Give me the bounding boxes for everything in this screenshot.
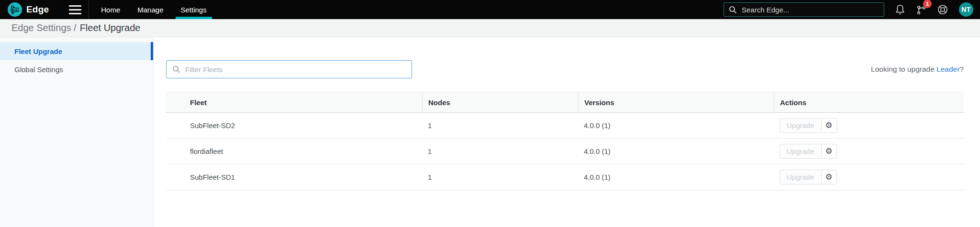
- sidebar-item-global-settings[interactable]: Global Settings: [0, 60, 153, 78]
- search-icon: [729, 6, 737, 14]
- column-header-fleet: Fleet: [166, 92, 422, 112]
- row-actions: Upgrade ⚙: [780, 170, 837, 184]
- upgrade-settings-button[interactable]: ⚙: [822, 144, 837, 159]
- column-header-nodes: Nodes: [422, 92, 578, 112]
- fleet-versions: 4.0.0 (1): [578, 139, 774, 164]
- hint-text: Looking to upgrade: [871, 65, 936, 73]
- main-panel: Looking to upgrade Leader? Fleet Nodes V…: [154, 37, 980, 227]
- row-actions: Upgrade ⚙: [780, 144, 837, 159]
- bell-icon: [895, 4, 905, 15]
- search-input[interactable]: [742, 6, 879, 14]
- upgrade-settings-button[interactable]: ⚙: [822, 118, 837, 133]
- upgrade-button[interactable]: Upgrade: [780, 144, 822, 159]
- user-avatar[interactable]: NT: [959, 2, 973, 17]
- nav-tab-settings[interactable]: Settings: [176, 0, 212, 19]
- gear-icon: ⚙: [825, 121, 833, 130]
- fleet-nodes: 1: [422, 113, 578, 138]
- fleet-versions: 4.0.0 (1): [578, 164, 774, 190]
- notification-badge: 1: [923, 0, 932, 8]
- brand[interactable]: Edge: [8, 2, 49, 17]
- table-row: SubFleet-SD1 1 4.0.0 (1) Upgrade ⚙: [166, 164, 964, 190]
- gear-icon: ⚙: [825, 147, 833, 155]
- nav-tab-manage[interactable]: Manage: [132, 0, 168, 19]
- toolbar-row: Looking to upgrade Leader?: [166, 60, 964, 78]
- breadcrumb-parent[interactable]: Edge Settings /: [11, 22, 77, 33]
- help-button[interactable]: [937, 4, 948, 15]
- notifications-button[interactable]: [895, 4, 905, 15]
- fleet-filter-input[interactable]: [185, 65, 406, 74]
- fleet-nodes: 1: [422, 139, 578, 164]
- upgrade-button[interactable]: Upgrade: [780, 118, 822, 133]
- page-title: Fleet Upgrade: [80, 22, 141, 33]
- table-row: SubFleet-SD2 1 4.0.0 (1) Upgrade ⚙: [166, 113, 964, 139]
- hint-suffix: ?: [959, 65, 964, 73]
- edge-logo-icon: [8, 2, 22, 17]
- navbar-right: 1 NT: [724, 2, 973, 17]
- fleet-table: Fleet Nodes Versions Actions SubFleet-SD…: [166, 92, 964, 190]
- breadcrumb: Edge Settings / Fleet Upgrade: [0, 19, 980, 37]
- settings-sidebar: Fleet Upgrade Global Settings: [0, 37, 154, 227]
- hamburger-menu-icon[interactable]: [69, 5, 81, 14]
- table-header: Fleet Nodes Versions Actions: [166, 92, 964, 113]
- fleet-name: SubFleet-SD1: [166, 164, 422, 190]
- upgrade-button[interactable]: Upgrade: [780, 170, 822, 184]
- updates-button[interactable]: 1: [916, 4, 926, 15]
- table-row: flordiafleet 1 4.0.0 (1) Upgrade ⚙: [166, 139, 964, 164]
- brand-name: Edge: [26, 4, 49, 15]
- content-area: Fleet Upgrade Global Settings Looking to…: [0, 37, 980, 227]
- row-actions: Upgrade ⚙: [780, 118, 837, 133]
- fleet-nodes: 1: [422, 164, 578, 190]
- global-search[interactable]: [724, 2, 884, 17]
- column-header-versions: Versions: [578, 92, 774, 112]
- top-navbar: Edge Home Manage Settings: [0, 0, 980, 19]
- help-ring-icon: [937, 4, 948, 15]
- fleet-filter[interactable]: [166, 60, 412, 78]
- filter-search-icon: [172, 65, 180, 74]
- column-header-actions: Actions: [774, 92, 964, 112]
- gear-icon: ⚙: [825, 173, 833, 181]
- sidebar-item-fleet-upgrade[interactable]: Fleet Upgrade: [0, 42, 153, 60]
- fleet-name: flordiafleet: [166, 139, 422, 164]
- primary-nav: Home Manage Settings: [92, 0, 215, 19]
- leader-link[interactable]: Leader: [936, 65, 959, 73]
- leader-upgrade-hint: Looking to upgrade Leader?: [871, 65, 964, 74]
- navbar-divider: [89, 0, 89, 19]
- fleet-versions: 4.0.0 (1): [578, 113, 774, 138]
- nav-tab-home[interactable]: Home: [96, 0, 125, 19]
- fleet-name: SubFleet-SD2: [166, 113, 422, 138]
- upgrade-settings-button[interactable]: ⚙: [822, 170, 837, 184]
